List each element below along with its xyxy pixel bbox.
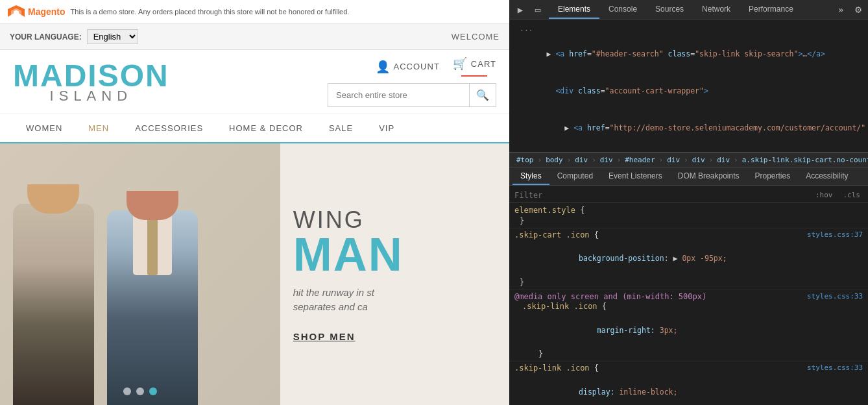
devtools-settings-icon[interactable]: ⚙ [849,3,868,16]
styles-tab-dom-breakpoints[interactable]: DOM Breakpoints [670,168,747,185]
hero-cta[interactable]: SHOP MEN [293,331,356,342]
carousel-dot-1[interactable] [123,387,131,395]
store-nav: WOMEN MEN ACCESSORIES HOME & DECOR SALE … [0,114,509,143]
nav-home-decor[interactable]: HOME & DECOR [216,114,316,142]
logo-island: ISLAND [13,89,169,103]
rule-closing-skip-cart: } [514,277,863,288]
carousel-dot-2[interactable] [136,387,144,395]
account-label: ACCOUNT [394,62,440,71]
svg-marker-0 [8,5,25,17]
magento-logo: Magento [6,4,66,19]
welcome-text: WELCOME [452,32,500,42]
store-panel: Magento This is a demo store. Any orders… [0,0,509,405]
account-person-icon: 👤 [376,60,391,74]
hero-left [0,143,280,405]
styles-filter-options: :hov .cls [813,190,863,200]
rule-prop-bg-pos: background-position: ▶ 0px -95px; [514,240,863,277]
nav-vip[interactable]: VIP [366,114,407,142]
search-bar: 🔍 [328,83,496,107]
dom-line-0[interactable]: ▶ <a href="#header-search" class="skip-l… [509,35,868,72]
rule-source-media[interactable]: styles.css:33 [807,292,863,301]
bc-div4[interactable]: div [690,155,707,165]
styles-tab-computed[interactable]: Computed [549,168,601,185]
woman-illustration [13,184,94,405]
header-right: 👤 ACCOUNT 🛒 CART 🔍 [328,56,496,107]
styles-tab-event-listeners[interactable]: Event Listeners [601,168,670,185]
hero-image-area: WING MAN hit the runway in st separates … [0,143,509,405]
bc-div5[interactable]: div [715,155,732,165]
language-bar: YOUR LANGUAGE: English French German WEL… [0,24,509,50]
filter-cls-button[interactable]: .cls [841,190,863,200]
devtools-more-tabs[interactable]: » [833,1,849,19]
hero-right: WING MAN hit the runway in st separates … [280,143,509,405]
magento-text: Magento [28,6,66,17]
devtools-device-icon[interactable]: ▭ [530,2,546,18]
devtools-inspect-icon[interactable]: ▶ [512,2,528,18]
rule-source-skip-link[interactable]: styles.css:33 [807,363,863,372]
devtools-tab-sources[interactable]: Sources [646,1,693,19]
devtools-tabs: ▶ ▭ Elements Console Sources Network Per… [509,0,868,19]
dom-line-ellipsis: ... [509,22,868,35]
hero-subtitle: hit the runway in st separates and ca [293,286,374,315]
devtools-tab-console[interactable]: Console [599,1,646,19]
cart-label: CART [471,59,496,69]
cart-underline [461,75,487,77]
styles-panel-tabs: Styles Computed Event Listeners DOM Brea… [509,167,868,186]
demo-banner-text: This is a demo store. Any orders placed … [71,8,350,16]
nav-women[interactable]: WOMEN [13,114,75,142]
rule-selector-element-style: element.style { [514,206,863,215]
store-header: MADISON ISLAND 👤 ACCOUNT 🛒 CART [0,50,509,114]
carousel-dot-3[interactable] [149,387,157,395]
styles-tab-accessibility[interactable]: Accessibility [798,168,856,185]
filter-hov-button[interactable]: :hov [813,190,836,200]
rule-selector-skip-link-media: .skip-link .icon { [522,302,863,311]
rule-selector-skip-link: .skip-link .icon { styles.css:33 [514,363,863,373]
hero-subtitle-line2: separates and ca [293,301,368,312]
search-input[interactable] [328,85,469,105]
dom-line-2[interactable]: ▶ <a href="http://demo-store.seleniumaca… [509,110,868,147]
styles-content: :hov .cls element.style { } .skip-cart .… [509,186,868,405]
language-select[interactable]: English French German [87,29,138,44]
carousel-dots [123,387,157,395]
devtools-tab-network[interactable]: Network [693,1,740,19]
account-link[interactable]: 👤 ACCOUNT [376,60,440,74]
nav-sale[interactable]: SALE [316,114,366,142]
bc-div2[interactable]: div [598,155,615,165]
hero-subtitle-line1: hit the runway in st [293,287,374,298]
man-illustration [107,191,198,405]
rule-selector-skip-cart: .skip-cart .icon { styles.css:37 [514,230,863,239]
bc-div1[interactable]: div [573,155,590,165]
devtools-icons: ▶ ▭ [509,2,549,18]
cart-link[interactable]: 🛒 CART [453,56,496,77]
rule-source-skip-cart[interactable]: styles.css:37 [807,230,863,239]
expand-arrow[interactable]: ▶ [547,49,551,58]
styles-rule-skip-link-icon: .skip-link .icon { styles.css:33 display… [509,362,868,405]
styles-tab-styles[interactable]: Styles [512,168,549,185]
styles-filter-input[interactable] [514,191,813,200]
hero-man-text: MAN [293,234,404,276]
bc-a-skip-cart[interactable]: a.skip-link.skip-cart.no-count [740,155,868,165]
search-button[interactable]: 🔍 [469,84,496,106]
dom-line-3[interactable]: data-target-element="#header-account" cl… [509,147,868,153]
bc-div3[interactable]: div [665,155,682,165]
bc-top[interactable]: #top [514,155,536,165]
rule-prop-display: display: inline-block; [514,373,863,405]
cart-icon-wrap: 🛒 CART [453,56,496,71]
styles-rule-media: @media only screen and (min-width: 500px… [509,290,868,362]
devtools-tab-elements[interactable]: Elements [549,1,599,19]
dom-panel: ... ▶ <a href="#header-search" class="sk… [509,19,868,153]
dom-line-1[interactable]: <div class="account-cart-wrapper"> [509,73,868,110]
bc-header[interactable]: #header [623,155,657,165]
styles-rule-element-style: element.style { } [509,204,868,228]
devtools-tab-performance[interactable]: Performance [740,1,802,19]
nav-men[interactable]: MEN [75,114,122,142]
styles-tab-properties[interactable]: Properties [747,168,798,185]
account-cart: 👤 ACCOUNT 🛒 CART [376,56,496,77]
styles-rule-skip-cart-icon: .skip-cart .icon { styles.css:37 backgro… [509,228,868,290]
cart-icon: 🛒 [453,56,468,71]
dom-breadcrumb: #top › body › div › div › #header › div … [509,153,868,167]
demo-banner: Magento This is a demo store. Any orders… [0,0,509,24]
bc-body[interactable]: body [544,155,565,165]
nav-accessories[interactable]: ACCESSORIES [122,114,216,142]
language-label: YOUR LANGUAGE: [10,32,82,42]
